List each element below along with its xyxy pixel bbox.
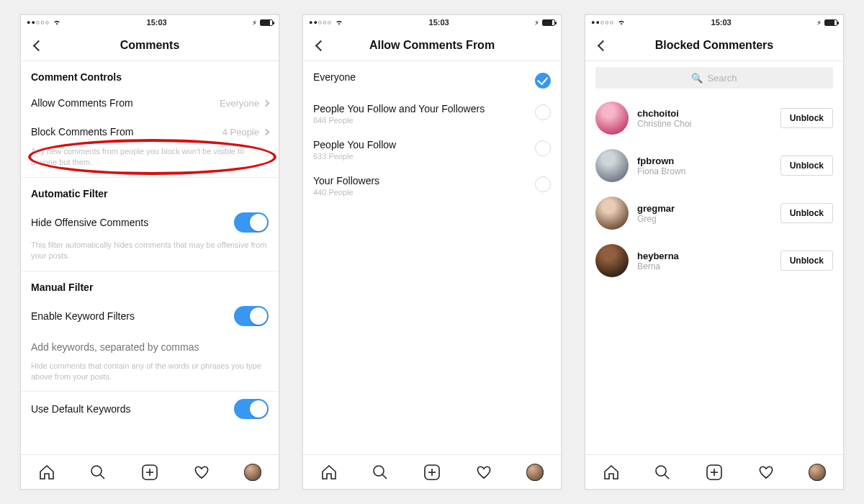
chevron-right-icon [263, 128, 270, 135]
toggle-default-keywords[interactable] [234, 399, 269, 419]
section-comment-controls: Comment Controls [21, 61, 279, 89]
wifi-icon [53, 19, 61, 26]
option-your-followers[interactable]: Your Followers 440 People [303, 168, 561, 204]
toggle-hide-offensive[interactable] [234, 212, 269, 233]
section-automatic-filter: Automatic Filter [21, 178, 279, 205]
status-time: 15:03 [429, 18, 449, 27]
tab-home[interactable] [594, 455, 629, 490]
radio-icon [535, 176, 551, 192]
tab-new-post[interactable] [415, 455, 449, 490]
hint-block: Any new comments from people you block w… [21, 146, 279, 177]
tab-home[interactable] [30, 455, 64, 490]
realname: Fiona Brown [637, 166, 772, 176]
option-sub: 440 People [313, 188, 379, 197]
svg-line-1 [100, 474, 104, 479]
phone-allow-comments: ●●○○○ 15:03 ⚡︎ Allow Comments From Every… [302, 14, 562, 490]
blocked-user-row: chchoitoi Christine Choi Unblock [585, 94, 843, 142]
row-label: Use Default Keywords [31, 403, 131, 415]
back-button[interactable] [25, 30, 51, 61]
username: heyberna [637, 251, 772, 261]
row-label: Enable Keyword Filters [31, 310, 135, 322]
nav-header: Allow Comments From [303, 30, 561, 61]
tab-new-post[interactable] [132, 455, 167, 490]
option-label: Everyone [313, 71, 356, 83]
unblock-button[interactable]: Unblock [780, 203, 833, 223]
bluetooth-icon: ⚡︎ [252, 19, 257, 27]
option-follow-and-followers[interactable]: People You Follow and Your Followers 848… [303, 96, 561, 132]
toggle-enable-keyword[interactable] [234, 306, 269, 326]
keywords-input[interactable] [31, 341, 269, 353]
realname: Christine Choi [637, 119, 772, 129]
avatar [595, 197, 629, 230]
svg-line-6 [382, 474, 387, 479]
option-everyone[interactable]: Everyone [303, 64, 561, 96]
tab-home[interactable] [312, 455, 346, 490]
tab-profile[interactable] [235, 455, 270, 490]
tab-bar [303, 454, 561, 489]
nav-header: Comments [21, 30, 279, 61]
chevron-left-icon [32, 40, 44, 51]
back-button[interactable] [307, 30, 333, 61]
username: gregmar [637, 203, 772, 214]
tab-activity[interactable] [184, 455, 219, 490]
profile-avatar-icon [244, 464, 261, 481]
svg-point-0 [91, 466, 102, 476]
option-label: People You Follow [313, 139, 396, 150]
tab-profile[interactable] [518, 455, 552, 490]
tab-search[interactable] [81, 455, 115, 490]
blocked-user-row: fpbrown Fiona Brown Unblock [585, 142, 843, 189]
svg-line-11 [665, 474, 669, 479]
bluetooth-icon: ⚡︎ [534, 19, 539, 27]
content: Everyone People You Follow and Your Foll… [303, 61, 561, 454]
radio-icon [535, 140, 551, 156]
tab-search[interactable] [363, 455, 397, 490]
avatar [595, 102, 629, 135]
radio-icon [535, 104, 551, 120]
profile-avatar-icon [526, 464, 544, 481]
search-placeholder: Search [707, 73, 737, 84]
option-sub: 633 People [313, 152, 396, 161]
back-button[interactable] [590, 30, 616, 61]
option-people-you-follow[interactable]: People You Follow 633 People [303, 132, 561, 168]
row-hide-offensive: Hide Offensive Comments [21, 205, 279, 240]
hint-keywords: Hide comments that contain any of the wo… [21, 361, 279, 392]
page-title: Blocked Commenters [655, 39, 774, 52]
battery-icon [824, 19, 837, 26]
row-label: Block Comments From [31, 126, 133, 138]
phone-blocked-commenters: ●●○○○ 15:03 ⚡︎ Blocked Commenters 🔍 Sear… [585, 14, 844, 490]
tab-profile[interactable] [800, 455, 834, 490]
row-label: Hide Offensive Comments [31, 217, 148, 228]
row-label: Allow Comments From [31, 97, 133, 109]
tab-search[interactable] [645, 455, 680, 490]
chevron-right-icon [263, 99, 270, 107]
row-value: Everyone [220, 98, 259, 109]
status-time: 15:03 [147, 18, 167, 27]
wifi-icon [617, 19, 626, 26]
row-allow-comments-from[interactable]: Allow Comments From Everyone [21, 89, 279, 117]
section-manual-filter: Manual Filter [21, 271, 279, 299]
option-sub: 848 People [313, 116, 485, 125]
tab-activity[interactable] [749, 455, 783, 490]
unblock-button[interactable]: Unblock [780, 156, 833, 176]
unblock-button[interactable]: Unblock [780, 108, 833, 128]
blocked-user-row: heyberna Berna Unblock [585, 237, 843, 284]
nav-header: Blocked Commenters [585, 30, 843, 61]
tab-bar [585, 454, 843, 489]
profile-avatar-icon [809, 464, 826, 481]
avatar [595, 244, 629, 277]
content: 🔍 Search chchoitoi Christine Choi Unbloc… [585, 61, 843, 454]
unblock-button[interactable]: Unblock [780, 251, 833, 271]
row-block-comments-from[interactable]: Block Comments From 4 People [21, 117, 279, 146]
row-value: 4 People [222, 127, 259, 138]
tab-activity[interactable] [467, 455, 501, 490]
search-input[interactable]: 🔍 Search [595, 67, 833, 89]
page-title: Allow Comments From [369, 39, 495, 52]
row-default-keywords: Use Default Keywords [21, 392, 279, 426]
tab-new-post[interactable] [697, 455, 732, 490]
svg-point-5 [374, 466, 384, 476]
realname: Greg [637, 214, 772, 224]
page-title: Comments [120, 39, 180, 52]
radio-checked-icon [535, 73, 551, 89]
signal-dots-icon: ●●○○○ [27, 19, 50, 26]
chevron-left-icon [315, 40, 326, 51]
